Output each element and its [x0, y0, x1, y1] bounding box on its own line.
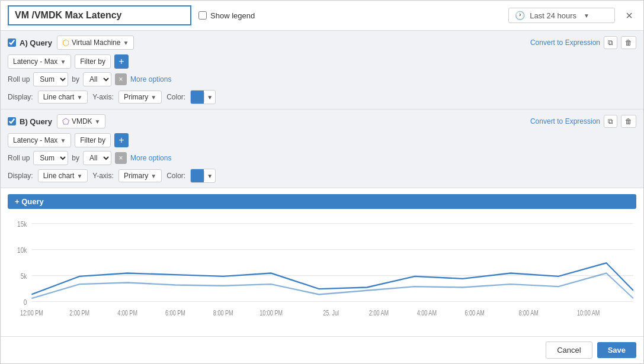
metric-b-chevron: ▼ [60, 137, 66, 144]
query-b-rollup-label: Roll up [8, 154, 30, 162]
svg-text:8:00 AM: 8:00 AM [518, 309, 538, 317]
svg-text:5k: 5k [21, 271, 27, 281]
query-b-color-swatch[interactable] [191, 169, 204, 182]
svg-text:0: 0 [24, 297, 27, 307]
color-a-arrow[interactable]: ▼ [204, 92, 215, 102]
line-chart: 15k 10k 5k 0 12:00 PM 2:00 PM 4:00 PM 6:… [8, 220, 636, 334]
query-a-rollup-select[interactable]: Sum Avg Min Max [33, 72, 68, 86]
metric-a-chevron: ▼ [60, 59, 66, 65]
svg-text:2:00 AM: 2:00 AM [369, 309, 389, 317]
show-legend-checkbox[interactable] [198, 11, 207, 20]
virtual-machine-icon: ⬡ [62, 38, 69, 47]
query-a-color-label: Color: [166, 93, 185, 101]
query-b-checkbox[interactable] [8, 117, 16, 125]
chart-type-a-chevron: ▼ [76, 94, 82, 101]
cancel-button[interactable]: Cancel [546, 342, 592, 359]
svg-text:6:00 PM: 6:00 PM [165, 309, 185, 317]
footer: Cancel Save [1, 336, 643, 363]
query-a-metric-label: Latency - Max [13, 57, 57, 66]
query-a-rollup-label: Roll up [8, 75, 30, 83]
query-b-color-label: Color: [166, 172, 185, 180]
query-a-checkbox[interactable] [8, 38, 16, 47]
time-range-label: Last 24 hours [530, 11, 576, 20]
query-b-filter-button[interactable]: Filter by [75, 133, 111, 147]
query-b-label: B) Query [20, 117, 52, 126]
query-b-clear-button[interactable]: × [115, 152, 127, 164]
query-b-yaxis-value: Primary [124, 172, 148, 180]
svg-text:4:00 PM: 4:00 PM [117, 309, 137, 317]
svg-text:12:00 PM: 12:00 PM [20, 309, 43, 317]
svg-text:4:00 AM: 4:00 AM [417, 309, 437, 317]
query-b-entity-label: VMDK [72, 117, 92, 125]
svg-text:10:00 PM: 10:00 PM [259, 309, 283, 317]
query-a-yaxis-button[interactable]: Primary ▼ [118, 91, 162, 104]
query-b-rollup-select[interactable]: Sum Avg Min Max [33, 151, 68, 165]
time-range-selector[interactable]: 🕐 Last 24 hours ▼ [508, 8, 615, 23]
entity-b-chevron: ▼ [95, 118, 101, 125]
query-b-add-filter-button[interactable]: + [114, 133, 129, 147]
clock-icon: 🕐 [515, 11, 525, 20]
svg-text:15k: 15k [17, 220, 27, 228]
query-a-yaxis-label: Y-axis: [92, 93, 114, 101]
query-section-b: B) Query ⬠ VMDK ▼ Convert to Expression … [1, 109, 643, 188]
query-section-a: A) Query ⬡ Virtual Machine ▼ Convert to … [1, 31, 643, 109]
vmdk-icon: ⬠ [62, 117, 69, 126]
query-a-entity-button[interactable]: ⬡ Virtual Machine ▼ [57, 36, 134, 50]
time-range-chevron: ▼ [584, 12, 589, 19]
query-a-by-label: by [72, 75, 79, 83]
query-b-chart-type-label: Line chart [43, 172, 75, 180]
entity-chevron: ▼ [123, 40, 129, 46]
svg-text:10k: 10k [17, 246, 27, 255]
query-a-clear-button[interactable]: × [115, 73, 127, 85]
query-a-filter-button[interactable]: Filter by [75, 54, 111, 69]
query-b-display-label: Display: [8, 172, 33, 180]
query-a-yaxis-value: Primary [124, 93, 148, 101]
query-a-color-picker[interactable]: ▼ [190, 90, 216, 104]
yaxis-b-chevron: ▼ [150, 173, 156, 179]
query-a-label: A) Query [20, 38, 52, 47]
yaxis-a-chevron: ▼ [150, 94, 156, 101]
convert-to-expression-a-link[interactable]: Convert to Expression [530, 38, 600, 47]
query-b-metric-button[interactable]: Latency - Max ▼ [8, 133, 71, 147]
close-button[interactable]: × [622, 8, 636, 24]
query-b-by-label: by [72, 154, 79, 162]
query-a-add-filter-button[interactable]: + [114, 54, 129, 69]
query-a-color-swatch[interactable] [191, 91, 204, 104]
query-b-color-picker[interactable]: ▼ [190, 169, 216, 183]
copy-query-b-button[interactable]: ⧉ [604, 115, 617, 128]
query-a-chart-type-button[interactable]: Line chart ▼ [38, 91, 88, 104]
query-a-chart-type-label: Line chart [43, 93, 75, 101]
svg-text:6:00 AM: 6:00 AM [465, 309, 485, 317]
query-a-group-select[interactable]: All [83, 72, 111, 86]
svg-text:10:00 AM: 10:00 AM [577, 309, 600, 317]
chart-title-input[interactable] [8, 5, 191, 25]
query-b-more-options-link[interactable]: More options [130, 154, 171, 162]
save-button[interactable]: Save [597, 342, 636, 358]
copy-query-a-button[interactable]: ⧉ [604, 36, 617, 49]
query-b-metric-label: Latency - Max [13, 136, 57, 144]
query-b-yaxis-button[interactable]: Primary ▼ [118, 169, 162, 182]
show-legend-label: Show legend [198, 11, 255, 20]
query-a-display-label: Display: [8, 93, 33, 101]
svg-text:8:00 PM: 8:00 PM [213, 309, 233, 317]
query-a-metric-button[interactable]: Latency - Max ▼ [8, 54, 71, 69]
query-a-more-options-link[interactable]: More options [130, 75, 171, 83]
chart-area: 15k 10k 5k 0 12:00 PM 2:00 PM 4:00 PM 6:… [1, 215, 643, 336]
query-b-entity-button[interactable]: ⬠ VMDK ▼ [57, 114, 106, 128]
query-b-group-select[interactable]: All [83, 151, 111, 165]
delete-query-b-button[interactable]: 🗑 [621, 115, 636, 128]
query-b-chart-type-button[interactable]: Line chart ▼ [38, 169, 88, 182]
add-query-button[interactable]: + Query [8, 194, 636, 209]
svg-text:25. Jul: 25. Jul [323, 309, 339, 317]
svg-text:2:00 PM: 2:00 PM [69, 309, 89, 317]
query-b-yaxis-label: Y-axis: [92, 172, 114, 180]
delete-query-a-button[interactable]: 🗑 [621, 36, 636, 49]
convert-to-expression-b-link[interactable]: Convert to Expression [530, 117, 600, 125]
chart-type-b-chevron: ▼ [76, 173, 82, 179]
color-b-arrow[interactable]: ▼ [204, 171, 215, 181]
query-a-entity-label: Virtual Machine [72, 38, 121, 47]
